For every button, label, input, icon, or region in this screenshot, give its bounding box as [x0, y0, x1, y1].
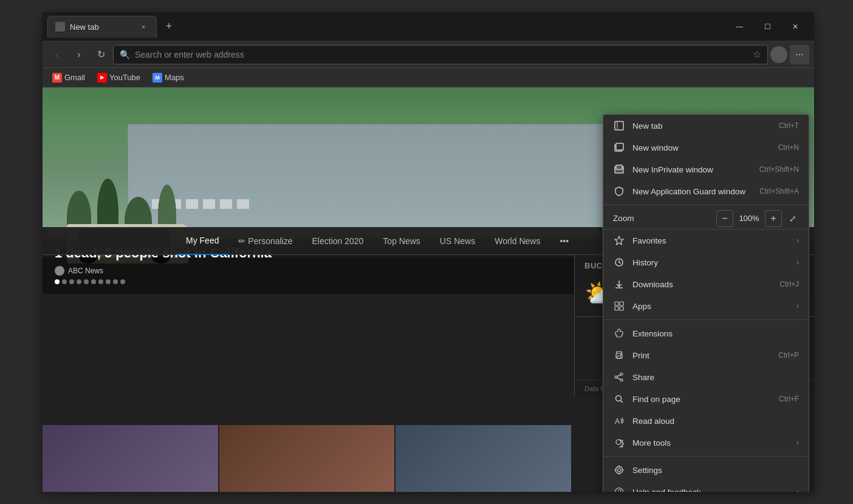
svg-rect-21 [615, 302, 618, 305]
svg-point-37 [618, 469, 621, 472]
menu-item-inprivate[interactable]: New InPrivate window Ctrl+Shift+N [603, 158, 809, 180]
apps-arrow-icon: › [796, 302, 799, 310]
bookmark-youtube[interactable]: ▶ YouTube [95, 72, 143, 84]
svg-point-36 [616, 440, 621, 444]
bookmark-gmail[interactable]: M Gmail [50, 72, 87, 84]
source-icon [55, 266, 64, 276]
bookmarks-bar: M Gmail ▶ YouTube M Maps [43, 68, 814, 87]
zoom-fullscreen-button[interactable]: ⤢ [787, 211, 799, 226]
back-button[interactable]: ‹ [47, 45, 67, 64]
tab-close-button[interactable]: × [138, 21, 149, 32]
tab-personalize[interactable]: ✏ Personalize [228, 227, 302, 255]
youtube-label: YouTube [109, 73, 140, 82]
tab-more[interactable]: ••• [550, 227, 578, 255]
history-icon [613, 256, 625, 268]
menu-item-find[interactable]: Find on page Ctrl+F [603, 388, 809, 410]
appguard-label: New Application Guard window [632, 187, 752, 196]
menu-button[interactable]: ··· [790, 45, 809, 64]
active-tab[interactable]: New tab × [47, 16, 157, 38]
menu-item-help[interactable]: ? Help and feedback › [603, 481, 809, 492]
bookmark-maps[interactable]: M Maps [150, 72, 187, 84]
maximize-button[interactable]: ☐ [753, 17, 781, 36]
svg-marker-17 [615, 236, 623, 245]
read-aloud-label: Read aloud [632, 417, 799, 426]
find-label: Find on page [632, 395, 772, 404]
dot-1[interactable] [55, 279, 60, 284]
more-tools-arrow-icon: › [796, 438, 799, 447]
help-icon: ? [613, 486, 625, 492]
menu-item-extensions[interactable]: Extensions [603, 322, 809, 344]
dot-10[interactable] [120, 279, 125, 284]
source-name: ABC News [68, 267, 103, 275]
menu-item-share[interactable]: Share [603, 366, 809, 388]
dot-4[interactable] [77, 279, 81, 284]
address-text: Search or enter web address [135, 50, 748, 60]
zoom-value: 100% [738, 214, 760, 223]
dot-3[interactable] [69, 279, 74, 284]
apps-label: Apps [632, 302, 789, 311]
print-shortcut: Ctrl+P [778, 351, 799, 359]
menu-item-appguard[interactable]: New Application Guard window Ctrl+Shift+… [603, 180, 809, 202]
downloads-label: Downloads [632, 280, 772, 289]
extensions-label: Extensions [632, 329, 799, 338]
dot-2[interactable] [62, 279, 67, 284]
more-tools-icon [613, 437, 625, 449]
tab-world-news[interactable]: World News [485, 227, 550, 255]
minimize-button[interactable]: — [725, 17, 753, 36]
maps-favicon: M [152, 73, 162, 83]
new-window-shortcut: Ctrl+N [778, 143, 799, 152]
svg-rect-24 [620, 307, 623, 310]
tab-my-feed[interactable]: My Feed [176, 227, 228, 255]
menu-item-new-tab[interactable]: New tab Ctrl+T [603, 115, 809, 137]
forward-button[interactable]: › [69, 45, 89, 64]
more-tools-label: More tools [632, 438, 789, 448]
dot-7[interactable] [98, 279, 103, 284]
dot-9[interactable] [113, 279, 118, 284]
svg-line-34 [621, 401, 623, 403]
menu-item-settings[interactable]: Settings [603, 459, 809, 481]
zoom-control-row: Zoom − 100% + ⤢ [603, 208, 809, 230]
zoom-in-button[interactable]: + [765, 210, 782, 227]
history-label: History [632, 258, 789, 267]
svg-rect-22 [620, 302, 623, 305]
menu-item-downloads[interactable]: Downloads Ctrl+J [603, 273, 809, 295]
find-shortcut: Ctrl+F [779, 395, 799, 403]
tab-more-label: ••• [560, 236, 569, 246]
favorites-star-icon[interactable]: ☆ [753, 49, 761, 60]
dot-8[interactable] [106, 279, 111, 284]
refresh-button[interactable]: ↻ [91, 45, 111, 64]
menu-item-favorites[interactable]: Favorites › [603, 230, 809, 251]
address-bar[interactable]: 🔍 Search or enter web address ☆ [113, 45, 768, 64]
menu-item-apps[interactable]: Apps › [603, 295, 809, 317]
svg-text:A: A [615, 417, 620, 426]
tab-top-news[interactable]: Top News [373, 227, 430, 255]
settings-label: Settings [632, 466, 799, 475]
dot-6[interactable] [91, 279, 96, 284]
menu-item-history[interactable]: History › [603, 251, 809, 273]
find-icon [613, 393, 625, 405]
title-bar: New tab × + — ☐ ✕ [43, 12, 814, 41]
menu-item-more-tools[interactable]: More tools › [603, 432, 809, 454]
menu-item-read-aloud[interactable]: A Read aloud [603, 410, 809, 432]
thumbnail-2[interactable] [219, 425, 395, 492]
menu-item-print[interactable]: Print Ctrl+P [603, 344, 809, 366]
dot-5[interactable] [84, 279, 89, 284]
browser-menu-dropdown: New tab Ctrl+T New window Ctrl+N New InP… [603, 114, 809, 492]
thumbnail-1[interactable] [43, 425, 218, 492]
menu-item-new-window[interactable]: New window Ctrl+N [603, 137, 809, 158]
new-window-icon [613, 141, 625, 154]
svg-point-29 [620, 379, 623, 381]
profile-avatar[interactable] [770, 46, 787, 63]
youtube-favicon: ▶ [97, 73, 107, 83]
svg-line-32 [617, 378, 620, 380]
thumbnail-3[interactable] [396, 425, 571, 492]
close-button[interactable]: ✕ [781, 17, 809, 36]
new-tab-button[interactable]: + [159, 17, 179, 36]
tab-election[interactable]: Election 2020 [303, 227, 374, 255]
tab-us-news[interactable]: US News [430, 227, 485, 255]
zoom-out-button[interactable]: − [716, 210, 733, 227]
svg-line-31 [617, 375, 620, 376]
gmail-label: Gmail [64, 73, 85, 82]
gmail-favicon: M [52, 73, 62, 83]
tab-title: New tab [70, 22, 133, 32]
